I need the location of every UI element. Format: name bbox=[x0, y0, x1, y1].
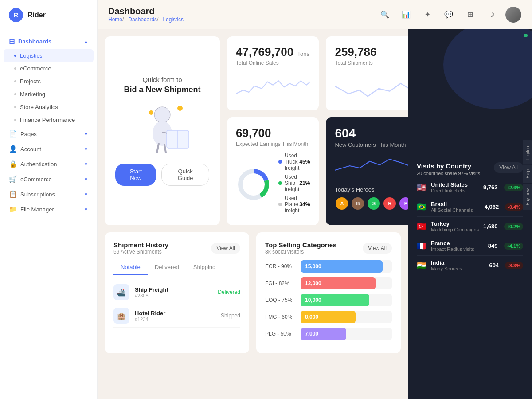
settings-icon[interactable]: ✦ bbox=[420, 8, 434, 22]
hero-avatar-s: S bbox=[367, 196, 381, 211]
nav-dot bbox=[14, 67, 16, 70]
country-in: 🇮🇳 India Many Sources 604 -8.3% bbox=[417, 256, 523, 275]
subs-icon: 📋 bbox=[9, 190, 17, 198]
us-flag: 🇺🇸 bbox=[417, 183, 427, 192]
legend-truck: Used Truck freight 45% bbox=[278, 153, 310, 171]
help-tab[interactable]: Help bbox=[523, 165, 532, 183]
ecom-icon: 🛒 bbox=[9, 175, 17, 183]
ship-status-1: Delivered bbox=[218, 289, 240, 295]
categories-title: Top Selling Categories bbox=[265, 241, 336, 249]
bar-label-fgi: FGI - 82% bbox=[265, 280, 296, 286]
tr-flag: 🇹🇷 bbox=[417, 222, 427, 231]
sidebar-item-marketing[interactable]: Marketing bbox=[0, 88, 97, 101]
dashboards-section[interactable]: ⊞ Dashboards ▲ bbox=[0, 34, 97, 49]
bar-row-eoq: EOQ - 75% 10,000 bbox=[265, 294, 392, 306]
ship-id-1: #2808 bbox=[135, 293, 212, 298]
shipment-tabs: Notable Delivered Shipping bbox=[113, 260, 240, 275]
buy-now-tab[interactable]: Buy now bbox=[523, 184, 532, 210]
ecom-chevron: ▼ bbox=[84, 177, 88, 182]
promo-illustration bbox=[127, 102, 198, 155]
tr-info: Turkey Mailchimp Campaigns bbox=[431, 220, 480, 232]
shipment-title: Shipment History bbox=[113, 241, 168, 249]
chart-icon[interactable]: 📊 bbox=[399, 8, 413, 22]
tab-delivered[interactable]: Delivered bbox=[148, 260, 186, 275]
bar-label-fmg: FMG - 60% bbox=[265, 314, 296, 320]
us-source: Direct link clicks bbox=[431, 188, 480, 193]
start-now-button[interactable]: Start Now bbox=[115, 164, 156, 186]
header-left: Dashboard Home/ Dashboards/ Logistics bbox=[108, 6, 184, 23]
heroes-title: Today's Heroes bbox=[335, 186, 408, 193]
bar-row-fgi: FGI - 82% 12,000 bbox=[265, 277, 392, 289]
sidebar-item-pages[interactable]: 📄 Pages ▼ bbox=[0, 126, 97, 141]
shipment-subtitle: 59 Active Shipments bbox=[113, 249, 168, 255]
sidebar-item-projects[interactable]: Projects bbox=[0, 75, 97, 88]
shipment-row-1: 🚢 Ship Freight #2808 Delivered bbox=[113, 281, 240, 304]
user-avatar[interactable] bbox=[505, 7, 521, 23]
files-chevron: ▼ bbox=[84, 207, 88, 212]
us-info: United States Direct link clicks bbox=[431, 181, 480, 193]
ship-info-2: Hotel Rider #1234 bbox=[135, 310, 215, 322]
br-info: Brasil All Social Channels bbox=[431, 201, 481, 213]
ship-icon-2: 🏨 bbox=[113, 308, 129, 324]
promo-title: Bid a New Shipment bbox=[124, 85, 200, 94]
content-area: Quick form to Bid a New Shipment bbox=[98, 29, 532, 399]
shipments-label: Total Shipments bbox=[335, 60, 408, 66]
svg-point-2 bbox=[149, 110, 153, 115]
in-change: -8.3% bbox=[505, 262, 523, 269]
countries-title: Visits by Country bbox=[417, 162, 480, 170]
countries-title-group: Visits by Country 20 countries share 97%… bbox=[417, 162, 480, 176]
svg-line-8 bbox=[164, 145, 166, 153]
nav-dot bbox=[14, 55, 16, 57]
hero-avatar-a: A bbox=[335, 196, 349, 211]
tr-visits: 1,680 bbox=[483, 223, 498, 230]
main-content: Dashboard Home/ Dashboards/ Logistics 🔍 … bbox=[98, 0, 532, 399]
legend-plane: Used Plane freight 34% bbox=[278, 195, 310, 214]
quick-guide-button[interactable]: Quick Guide bbox=[161, 164, 209, 186]
grid-icon[interactable]: ⊞ bbox=[463, 8, 477, 22]
tab-shipping[interactable]: Shipping bbox=[186, 260, 223, 275]
sidebar-item-account[interactable]: 👤 Account ▼ bbox=[0, 141, 97, 156]
bar-fill-fgi: 12,000 bbox=[301, 277, 376, 289]
account-chevron: ▼ bbox=[84, 147, 88, 152]
sidebar-item-file-manager[interactable]: 📁 File Manager ▼ bbox=[0, 202, 97, 217]
truck-dot bbox=[278, 160, 282, 164]
heroes-avatars: A B S R P L +2 bbox=[335, 196, 408, 211]
sidebar-item-logistics[interactable]: Logistics bbox=[4, 49, 94, 62]
bar-fill-eoq: 10,000 bbox=[301, 294, 369, 306]
sidebar-item-finance[interactable]: Finance Performance bbox=[0, 113, 97, 126]
bar-fill-ecr: 15,000 bbox=[301, 260, 383, 273]
sidebar-nav: ⊞ Dashboards ▲ Logistics eCommerce Proje… bbox=[0, 30, 97, 399]
customers-number: 604 bbox=[335, 126, 408, 141]
hero-avatar-p: P bbox=[399, 196, 408, 211]
search-icon[interactable]: 🔍 bbox=[378, 8, 392, 22]
messages-icon[interactable]: 💬 bbox=[442, 8, 456, 22]
sidebar-item-ecommerce-main[interactable]: 🛒 eCommerce ▼ bbox=[0, 172, 97, 187]
sidebar-item-authentication[interactable]: 🔒 Authentication ▼ bbox=[0, 156, 97, 172]
bar-fill-plg: 7,000 bbox=[301, 328, 346, 340]
shipment-title-group: Shipment History 59 Active Shipments bbox=[113, 241, 168, 255]
header-right: 🔍 📊 ✦ 💬 ⊞ ☽ bbox=[378, 7, 521, 23]
ship-name-1: Ship Freight bbox=[135, 286, 212, 293]
shipment-view-all-button[interactable]: View All bbox=[211, 243, 240, 254]
explore-tab[interactable]: Explore bbox=[523, 140, 532, 164]
app-name: Rider bbox=[27, 11, 46, 19]
countries-subtitle: 20 countries share 97% visits bbox=[417, 171, 480, 176]
bar-label-ecr: ECR - 90% bbox=[265, 263, 296, 270]
sidebar-item-store-analytics[interactable]: Store Analytics bbox=[0, 101, 97, 113]
files-icon: 📁 bbox=[9, 205, 17, 213]
auth-icon: 🔒 bbox=[9, 160, 17, 168]
sidebar-item-subscriptions[interactable]: 📋 Subscriptions ▼ bbox=[0, 187, 97, 202]
account-icon: 👤 bbox=[9, 145, 17, 153]
br-source: All Social Channels bbox=[431, 207, 481, 213]
countries-section: Visits by Country 20 countries share 97%… bbox=[417, 162, 523, 275]
sidebar-item-ecommerce[interactable]: eCommerce bbox=[0, 62, 97, 75]
countries-view-all-button[interactable]: View All bbox=[494, 162, 523, 173]
tab-notable[interactable]: Notable bbox=[113, 260, 148, 275]
logo-icon: R bbox=[9, 8, 23, 22]
pages-chevron: ▼ bbox=[84, 132, 88, 137]
fr-info: France Impact Radius visits bbox=[431, 240, 485, 252]
categories-view-all-button[interactable]: View All bbox=[363, 243, 392, 254]
shipments-stat-card: 259,786 Total Shipments bbox=[326, 36, 408, 110]
moon-icon[interactable]: ☽ bbox=[484, 8, 498, 22]
in-source: Many Sources bbox=[431, 266, 486, 271]
